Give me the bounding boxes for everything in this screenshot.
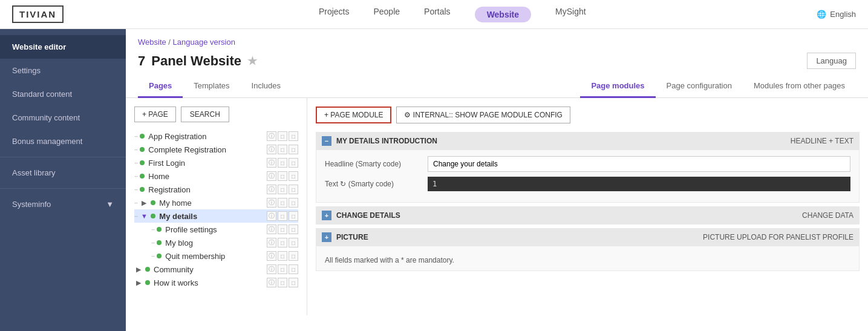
main-content: Website / Language version 7 Panel Websi… (126, 29, 868, 331)
module-expand-btn[interactable]: + (322, 211, 331, 220)
nav-projects[interactable]: Projects (319, 7, 350, 22)
tree-dots: ··· (134, 173, 137, 180)
tree-icon-copy[interactable]: □ (278, 278, 287, 287)
sidebar-item-settings[interactable]: Settings (0, 59, 126, 82)
tree-item-home[interactable]: ··· Home ⓘ □ □ (134, 169, 298, 183)
tree-icon-copy[interactable]: □ (278, 185, 287, 194)
tab-page-configuration[interactable]: Page configuration (656, 75, 743, 98)
search-button[interactable]: SEARCH (181, 107, 229, 122)
tree-icon-delete[interactable]: □ (289, 251, 298, 261)
tree-icon-info[interactable]: ⓘ (267, 131, 276, 141)
tree-icon-copy[interactable]: □ (278, 238, 287, 247)
tree-icon-info[interactable]: ⓘ (267, 264, 276, 274)
tree-label: Registration (148, 185, 267, 194)
module-expand-btn-picture[interactable]: + (322, 232, 331, 242)
expand-icon[interactable]: ▶ (134, 266, 143, 274)
headline-input[interactable] (428, 156, 850, 172)
tree-icon-delete[interactable]: □ (289, 211, 298, 221)
language-button[interactable]: Languag (807, 53, 856, 69)
tree-icon-copy[interactable]: □ (278, 224, 287, 234)
tree-icon-info[interactable]: ⓘ (267, 238, 276, 247)
add-page-button[interactable]: + PAGE (134, 107, 176, 122)
tree-icons: ⓘ □ □ (267, 145, 298, 154)
tree-dots: ··· (134, 146, 137, 153)
breadcrumb-language-version[interactable]: Language version (173, 38, 235, 47)
tree-icon-delete[interactable]: □ (289, 131, 298, 141)
tree-icon-copy[interactable]: □ (278, 131, 287, 141)
internal-config-button[interactable]: ⚙ INTERNAL:: SHOW PAGE MODULE CONFIG (396, 107, 570, 123)
tree-item-quit-membership[interactable]: ··· Quit membership ⓘ □ □ (151, 249, 298, 263)
tree-item-registration[interactable]: ··· Registration ⓘ □ □ (134, 183, 298, 196)
tree-item-profile-settings[interactable]: ··· Profile settings ⓘ □ □ (151, 223, 298, 236)
tree-icon-info[interactable]: ⓘ (267, 145, 276, 154)
nav-people[interactable]: People (373, 7, 400, 22)
tree-icon-info[interactable]: ⓘ (267, 158, 276, 168)
tab-modules-from-other-pages[interactable]: Modules from other pages (743, 75, 856, 98)
tree-icon-info[interactable]: ⓘ (267, 185, 276, 194)
tree-icon-delete[interactable]: □ (289, 264, 298, 274)
tree-icon-copy[interactable]: □ (278, 198, 287, 208)
top-navigation: TIVIAN Projects People Portals Website M… (0, 0, 868, 29)
tree-icon-copy[interactable]: □ (278, 211, 287, 221)
expand-icon[interactable]: ▶ (140, 199, 148, 207)
tree-item-community[interactable]: ▶ Community ⓘ □ □ (134, 263, 298, 276)
tree-icon-delete[interactable]: □ (289, 171, 298, 181)
tree-icon-delete[interactable]: □ (289, 158, 298, 168)
tree-icon-copy[interactable]: □ (278, 171, 287, 181)
nav-mysight[interactable]: MySight (555, 7, 586, 22)
nav-website[interactable]: Website (475, 7, 531, 22)
tree-item-how-it-works[interactable]: ▶ How it works ⓘ □ □ (134, 276, 298, 289)
tree-icon-delete[interactable]: □ (289, 238, 298, 247)
tree-item-first-login[interactable]: ··· First Login ⓘ □ □ (134, 156, 298, 169)
sidebar-item-standard-content[interactable]: Standard content (0, 82, 126, 106)
status-dot (140, 174, 145, 179)
favorite-star-icon[interactable]: ★ (247, 54, 257, 68)
language-selector[interactable]: 🌐 English (817, 10, 856, 19)
module-collapse-btn[interactable]: − (322, 136, 331, 146)
tree-icon-delete[interactable]: □ (289, 198, 298, 208)
tree-item-my-home[interactable]: ··· ▶ My home ⓘ □ □ (134, 196, 298, 209)
field-row-text: Text ↻ (Smarty code) 1 (325, 177, 850, 191)
tree-icons: ⓘ □ □ (267, 224, 298, 234)
tree-label: First Login (148, 159, 267, 168)
tree-icon-copy[interactable]: □ (278, 158, 287, 168)
tree-icon-delete[interactable]: □ (289, 185, 298, 194)
sidebar-item-website-editor[interactable]: Website editor (0, 35, 126, 59)
tree-icon-info[interactable]: ⓘ (267, 224, 276, 234)
tree-icon-delete[interactable]: □ (289, 278, 298, 287)
page-name: Panel Website (151, 53, 241, 69)
tab-pages[interactable]: Pages (138, 75, 183, 98)
tab-templates[interactable]: Templates (183, 75, 240, 98)
add-page-module-button[interactable]: + PAGE MODULE (316, 107, 391, 123)
tree-icon-info[interactable]: ⓘ (267, 251, 276, 261)
breadcrumb-separator: / (168, 38, 172, 47)
module-header-picture[interactable]: + PICTURE PICTURE UPLOAD FOR PANELIST PR… (316, 228, 860, 246)
subtree-my-details: ··· Profile settings ⓘ □ □ ··· (134, 223, 298, 263)
tree-icon-delete[interactable]: □ (289, 145, 298, 154)
expand-icon[interactable]: ▶ (134, 279, 143, 287)
tree-icon-info[interactable]: ⓘ (267, 278, 276, 287)
sidebar-item-bonus-management[interactable]: Bonus management (0, 129, 126, 153)
sidebar-item-community-content[interactable]: Community content (0, 106, 126, 129)
tree-icon-copy[interactable]: □ (278, 145, 287, 154)
text-code-area[interactable]: 1 (428, 177, 850, 191)
tree-icon-info[interactable]: ⓘ (267, 211, 276, 221)
tab-includes[interactable]: Includes (241, 75, 292, 98)
collapse-icon[interactable]: ▼ (140, 212, 148, 220)
sidebar-item-systeminfo[interactable]: Systeminfo ▼ (0, 192, 126, 216)
module-header-change-details[interactable]: + CHANGE DETAILS CHANGE DATA (316, 206, 860, 224)
module-header-intro[interactable]: − MY DETAILS INTRODUCTION HEADLINE + TEX… (316, 132, 860, 150)
tree-item-my-details[interactable]: ··· ▼ My details ⓘ □ □ (134, 209, 298, 223)
tree-item-my-blog[interactable]: ··· My blog ⓘ □ □ (151, 236, 298, 249)
tree-icon-copy[interactable]: □ (278, 264, 287, 274)
tree-item-app-registration[interactable]: ··· App Registration ⓘ □ □ (134, 129, 298, 143)
sidebar-item-asset-library[interactable]: Asset library (0, 161, 126, 185)
tab-page-modules[interactable]: Page modules (580, 75, 655, 98)
tree-icon-copy[interactable]: □ (278, 251, 287, 261)
tree-icon-info[interactable]: ⓘ (267, 171, 276, 181)
nav-portals[interactable]: Portals (424, 7, 451, 22)
tree-icon-info[interactable]: ⓘ (267, 198, 276, 208)
breadcrumb-website[interactable]: Website (138, 38, 166, 47)
tree-icon-delete[interactable]: □ (289, 224, 298, 234)
tree-item-complete-registration[interactable]: ··· Complete Registration ⓘ □ □ (134, 143, 298, 156)
